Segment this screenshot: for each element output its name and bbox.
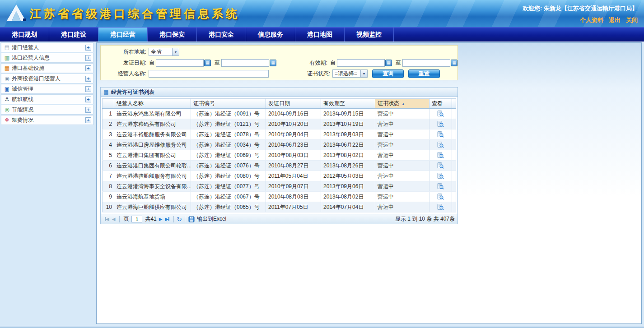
next-page-button[interactable]: ▶ xyxy=(159,217,163,222)
nav-tab-info-service[interactable]: 信息服务 xyxy=(246,28,295,42)
nav-tab-port-construction[interactable]: 港口建设 xyxy=(49,28,98,42)
expand-plus-icon[interactable]: + xyxy=(85,65,91,71)
query-button[interactable]: 查询 xyxy=(372,69,404,78)
nav-tab-port-planning[interactable]: 港口规划 xyxy=(0,28,49,42)
operator-name-cell: 连云港港腾船舶服务有限公司 xyxy=(114,171,191,181)
app-title: 江苏省省级港口综合管理信息系统 xyxy=(30,6,240,21)
status-cell: 营运中 xyxy=(375,171,429,181)
view-icon[interactable] xyxy=(437,131,444,139)
view-cell xyxy=(429,202,452,213)
main-panel: 所在地域: 全省 ▼ 发证日期: 自 ▦ 至 xyxy=(96,42,642,324)
sidebar-item-fee-status[interactable]: ❖规费情况+ xyxy=(1,115,93,125)
region-select[interactable]: 全省 ▼ xyxy=(149,48,179,56)
view-cell xyxy=(429,119,452,129)
table-row[interactable]: 6连云港港口集团有限公司轮驳...（苏连）港经证（0076）号2010年08月2… xyxy=(103,161,456,171)
sidebar-item-port-infrastructure[interactable]: ▦港口基础设施+ xyxy=(1,63,93,73)
nav-tab-port-safety[interactable]: 港口安全 xyxy=(197,28,246,42)
view-cell xyxy=(429,150,452,161)
table-header-row: 经营人名称证书编号发证日期有效期至证书状态▲查看 xyxy=(103,99,456,109)
sidebar-item-label: 节能情况 xyxy=(12,106,85,114)
nav-tab-port-security-guard[interactable]: 港口保安 xyxy=(148,28,197,42)
valid-until-cell: 2013年08月26日 xyxy=(321,161,375,171)
profile-link[interactable]: 个人资料 xyxy=(580,17,603,23)
calendar-icon[interactable]: ▦ xyxy=(204,60,211,66)
page-label: 页 xyxy=(123,215,129,223)
calendar-icon[interactable]: ▦ xyxy=(270,60,276,66)
operator-name-cell: 连云港港湾海事安全设备有限... xyxy=(114,181,191,192)
table-row[interactable]: 9连云港海航基地货场（苏连）港经证（0067）号2010年08月03日2013年… xyxy=(103,192,456,202)
row-number: 5 xyxy=(103,150,114,161)
row-number: 7 xyxy=(103,171,114,181)
table-row[interactable]: 1连云港东鸿集装箱有限公司（苏连）港经证（0091）号2010年09月16日20… xyxy=(103,109,456,119)
filler-cell xyxy=(452,119,456,129)
column-header-cert-number[interactable]: 证书编号 xyxy=(191,99,266,109)
expand-plus-icon[interactable]: + xyxy=(85,107,91,113)
operator-name-input[interactable] xyxy=(149,70,269,78)
column-header-view[interactable]: 查看 xyxy=(429,99,452,109)
table-row[interactable]: 10连云港海巨船舶供应有限公司（苏连）港经证（0065）号2011年07月05日… xyxy=(103,202,456,213)
sidebar-item-energy-saving[interactable]: ◎节能情况+ xyxy=(1,105,93,115)
expand-plus-icon[interactable]: + xyxy=(85,76,91,82)
view-icon[interactable] xyxy=(437,162,444,171)
refresh-icon[interactable]: ↻ xyxy=(177,216,182,222)
close-link[interactable]: 关闭 xyxy=(626,17,638,23)
reset-button[interactable]: 重置 xyxy=(408,69,440,78)
row-number: 9 xyxy=(103,192,114,202)
calendar-icon[interactable]: ▦ xyxy=(451,60,457,66)
expand-plus-icon[interactable]: + xyxy=(85,117,91,123)
view-icon[interactable] xyxy=(437,194,444,202)
operator-name-cell: 连云港东粮码头有限公司 xyxy=(114,119,191,129)
expand-plus-icon[interactable]: + xyxy=(85,55,91,61)
nav-tab-port-operation[interactable]: 港口经营 xyxy=(98,28,148,42)
issue-date-from-input[interactable] xyxy=(156,59,204,67)
view-icon[interactable] xyxy=(437,121,444,129)
view-cell xyxy=(429,129,452,140)
view-icon[interactable] xyxy=(437,204,444,212)
expand-plus-icon[interactable]: + xyxy=(85,45,91,51)
column-header-operator-name[interactable]: 经营人名称 xyxy=(114,99,191,109)
logout-link[interactable]: 退出 xyxy=(609,17,621,23)
nav-tab-video-monitor[interactable]: 视频监控 xyxy=(345,28,394,42)
sidebar-item-port-operators[interactable]: ▤港口经营人+ xyxy=(1,42,93,52)
table-icon: ▦ xyxy=(103,89,108,95)
expand-plus-icon[interactable]: + xyxy=(85,86,91,92)
calendar-icon[interactable]: ▦ xyxy=(385,60,392,66)
cert-status-select[interactable]: =请选择= ▼ xyxy=(332,69,368,78)
table-row[interactable]: 2连云港东粮码头有限公司（苏连）港经证（0121）号2010年10月20日201… xyxy=(103,119,456,129)
view-icon[interactable] xyxy=(437,111,444,119)
expand-plus-icon[interactable]: + xyxy=(85,97,91,102)
table-row[interactable]: 4连云港港口房屋维修服务公司（苏连）港经证（0034）号2010年06月23日2… xyxy=(103,140,456,150)
view-icon[interactable] xyxy=(437,152,444,160)
cert-number-cell: （苏连）港经证（0076）号 xyxy=(191,161,266,171)
energy-icon: ◎ xyxy=(3,106,11,113)
view-icon[interactable] xyxy=(437,183,444,191)
filler-cell xyxy=(452,129,456,140)
sidebar-item-shipping-routes[interactable]: ⚓航班航线+ xyxy=(1,94,93,104)
sidebar-item-port-operator-info[interactable]: ▥港口经营人信息+ xyxy=(1,53,93,63)
view-icon[interactable] xyxy=(437,142,444,150)
globe-icon: ◉ xyxy=(3,75,11,82)
column-header-cert-status[interactable]: 证书状态▲ xyxy=(375,99,429,109)
column-header-valid-until[interactable]: 有效期至 xyxy=(321,99,375,109)
table-row[interactable]: 5连云港港口集团有限公司（苏连）港经证（0069）号2010年08月03日201… xyxy=(103,150,456,161)
first-page-button[interactable]: ◀ xyxy=(105,217,109,222)
table-row[interactable]: 3连云港丰裕船舶服务有限公司（苏连）港经证（0078）号2010年09月04日2… xyxy=(103,129,456,140)
table-row[interactable]: 7连云港港腾船舶服务有限公司（苏连）港经证（0080）号2011年05月04日2… xyxy=(103,171,456,181)
issue-date-to-input[interactable] xyxy=(221,59,269,67)
sidebar-item-credit-management[interactable]: ▣诚信管理+ xyxy=(1,84,93,94)
status-cell: 营运中 xyxy=(375,202,429,213)
divider xyxy=(119,216,120,222)
export-excel-button[interactable]: 输出到Excel xyxy=(197,215,226,223)
page-input[interactable] xyxy=(131,216,142,222)
nav-tab-port-map[interactable]: 港口地图 xyxy=(295,28,345,42)
view-icon[interactable] xyxy=(437,173,444,181)
prev-page-button[interactable]: ◀ xyxy=(112,217,116,222)
chevron-down-icon: ▼ xyxy=(360,70,367,77)
validity-to-input[interactable] xyxy=(402,59,450,67)
sidebar-item-foreign-invested-operators[interactable]: ◉外商投资港口经营人+ xyxy=(1,74,93,83)
validity-from-input[interactable] xyxy=(337,59,385,67)
column-header-issue-date[interactable]: 发证日期 xyxy=(266,99,321,109)
issue-date-from-label: 自 xyxy=(149,59,154,67)
table-row[interactable]: 8连云港港湾海事安全设备有限...（苏连）港经证（0077）号2010年09月0… xyxy=(103,181,456,192)
last-page-button[interactable]: ▶ xyxy=(165,217,169,222)
